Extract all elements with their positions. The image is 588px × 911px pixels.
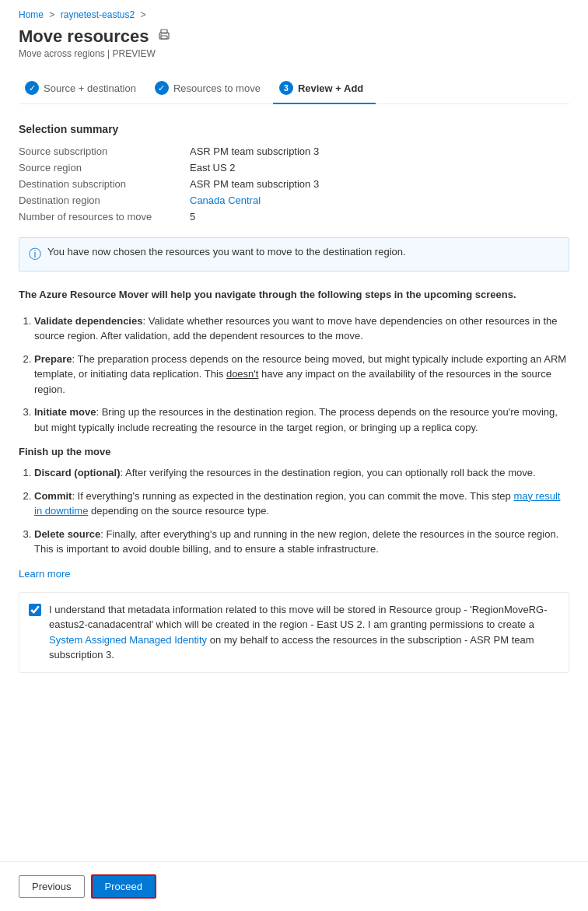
managed-identity-link[interactable]: System Assigned Managed Identity — [49, 634, 207, 646]
consent-text: I understand that metadata information r… — [49, 602, 559, 663]
finish-title: Finish up the move — [19, 446, 569, 457]
summary-table: Source subscription ASR PM team subscrip… — [19, 143, 569, 225]
finish-steps-list: Discard (optional): After verifying the … — [19, 465, 569, 557]
value-dest-sub: ASR PM team subscription 3 — [190, 178, 319, 190]
step-discard: Discard (optional): After verifying the … — [34, 465, 569, 481]
downtime-link[interactable]: may result in downtime — [34, 490, 560, 517]
label-dest-region: Destination region — [19, 194, 190, 206]
learn-more-link[interactable]: Learn more — [19, 568, 70, 580]
proceed-button[interactable]: Proceed — [91, 874, 156, 899]
step-prepare: Prepare: The preparation process depends… — [34, 352, 569, 398]
breadcrumb-sep1: > — [49, 9, 54, 20]
breadcrumb-resource[interactable]: raynetest-eastus2 — [61, 9, 135, 20]
breadcrumb-sep2: > — [140, 9, 145, 20]
step-initiate-text: : Bring up the resources in the destinat… — [34, 406, 558, 433]
value-source-region: East US 2 — [190, 162, 236, 173]
tab-review-add[interactable]: 3 Review + Add — [273, 75, 376, 104]
value-dest-region[interactable]: Canada Central — [190, 194, 261, 206]
step-delete-text: : Finally, after everything's up and run… — [34, 528, 558, 555]
label-source-sub: Source subscription — [19, 145, 190, 157]
breadcrumb: Home > raynetest-eastus2 > — [19, 9, 569, 20]
wizard-tabs: ✓ Source + destination ✓ Resources to mo… — [19, 75, 569, 104]
tab-number-review: 3 — [279, 81, 293, 95]
step-delete-source: Delete source: Finally, after everything… — [34, 527, 569, 557]
step-commit: Commit: If everything's running as expec… — [34, 489, 569, 519]
print-icon[interactable] — [157, 26, 171, 47]
label-dest-sub: Destination subscription — [19, 178, 190, 190]
footer: Previous Proceed — [0, 861, 588, 911]
summary-row-num-resources: Number of resources to move 5 — [19, 208, 569, 225]
page-title-container: Move resources — [19, 26, 569, 47]
page-subtitle: Move across regions | PREVIEW — [19, 48, 569, 59]
page-title: Move resources — [19, 26, 149, 47]
info-box: ⓘ You have now chosen the resources you … — [19, 237, 569, 272]
svg-point-3 — [160, 34, 162, 36]
tab-source-destination[interactable]: ✓ Source + destination — [19, 75, 149, 104]
tab-resources-to-move[interactable]: ✓ Resources to move — [149, 75, 273, 104]
step-discard-text: : After verifying the resources in the d… — [121, 467, 536, 478]
consent-section: I understand that metadata information r… — [19, 592, 569, 673]
step-commit-bold: Commit — [34, 490, 72, 502]
tab-check-resources: ✓ — [155, 81, 169, 95]
step-initiate: Initiate move: Bring up the resources in… — [34, 405, 569, 435]
label-num-resources: Number of resources to move — [19, 211, 190, 222]
label-source-region: Source region — [19, 162, 190, 173]
step-delete-bold: Delete source — [34, 528, 100, 540]
tab-label-review: Review + Add — [298, 82, 363, 94]
tab-label-resources: Resources to move — [173, 82, 261, 94]
step-discard-bold: Discard (optional) — [34, 467, 121, 478]
info-message: You have now chosen the resources you wa… — [47, 246, 406, 258]
summary-row-source-sub: Source subscription ASR PM team subscrip… — [19, 143, 569, 159]
consent-text-before: I understand that metadata information r… — [49, 604, 548, 631]
breadcrumb-home[interactable]: Home — [19, 9, 44, 20]
summary-row-source-region: Source region East US 2 — [19, 159, 569, 176]
value-num-resources: 5 — [190, 211, 195, 222]
summary-row-dest-sub: Destination subscription ASR PM team sub… — [19, 176, 569, 192]
step-validate-bold: Validate dependencies — [34, 315, 142, 327]
info-icon: ⓘ — [29, 247, 41, 263]
steps-intro: The Azure Resource Mover will help you n… — [19, 287, 569, 303]
tab-label-source: Source + destination — [44, 82, 136, 94]
previous-button[interactable]: Previous — [19, 875, 85, 898]
tab-check-source: ✓ — [25, 81, 39, 95]
selection-summary-title: Selection summary — [19, 123, 569, 135]
main-steps-list: Validate dependencies: Validate whether … — [19, 314, 569, 436]
step-prepare-bold: Prepare — [34, 353, 72, 365]
consent-checkbox[interactable] — [29, 604, 41, 616]
step-initiate-bold: Initiate move — [34, 406, 96, 418]
summary-row-dest-region: Destination region Canada Central — [19, 192, 569, 208]
value-source-sub: ASR PM team subscription 3 — [190, 145, 319, 157]
svg-rect-2 — [161, 36, 167, 39]
step-validate: Validate dependencies: Validate whether … — [34, 314, 569, 344]
step-commit-text: : If everything's running as expected in… — [34, 490, 560, 517]
step-prepare-text: : The preparation process depends on the… — [34, 353, 566, 395]
